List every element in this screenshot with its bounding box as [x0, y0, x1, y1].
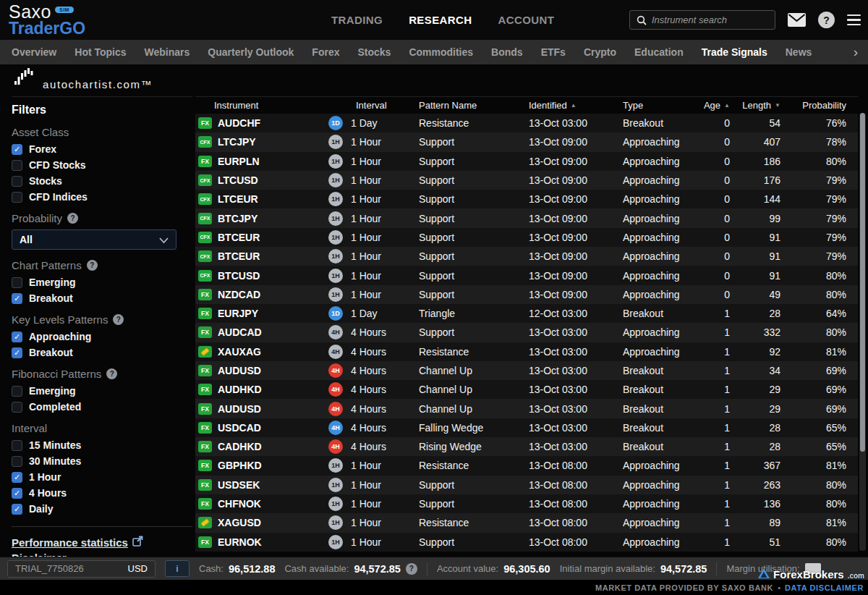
- filter-option-completed[interactable]: Completed: [12, 401, 192, 413]
- fx-badge-icon: FX: [198, 308, 212, 319]
- signal-row-audcad[interactable]: FXAUDCAD4H4 HoursSupport13-Oct 03:00Appr…: [195, 323, 858, 342]
- subnav-trade-signals[interactable]: Trade Signals: [702, 46, 767, 58]
- signal-row-cadhkd[interactable]: FXCADHKD4H4 HoursRising Wedge13-Oct 03:0…: [195, 437, 858, 456]
- table-scrollbar[interactable]: [859, 113, 866, 551]
- account-info-button[interactable]: i: [165, 560, 190, 577]
- instrument-search[interactable]: [629, 10, 775, 30]
- signal-row-usdcad[interactable]: FXUSDCAD4H4 HoursFalling Wedge13-Oct 03:…: [195, 418, 858, 437]
- signal-row-audhkd[interactable]: FXAUDHKD4H4 HoursChannel Up13-Oct 03:00B…: [195, 380, 858, 399]
- filter-option-emerging[interactable]: Emerging: [12, 277, 192, 288]
- column-header-age[interactable]: Age▲: [697, 100, 730, 111]
- subnav-crypto[interactable]: Crypto: [584, 46, 616, 58]
- cfx-badge-icon: CFX: [198, 232, 212, 243]
- cell-pattern-name: Resistance: [419, 346, 529, 358]
- column-header-identified[interactable]: Identified▲: [529, 100, 623, 111]
- column-header-probability[interactable]: Probability: [780, 100, 858, 111]
- signal-row-nzdcad[interactable]: FXNZDCAD1H1 HourSupport13-Oct 09:00Appro…: [195, 285, 858, 304]
- filter-option-approaching[interactable]: ✓Approaching: [12, 331, 192, 342]
- filter-option-1-hour[interactable]: ✓1 Hour: [12, 471, 192, 483]
- signal-row-audusd[interactable]: FXAUDUSD4H4 HoursChannel Up13-Oct 03:00B…: [195, 399, 858, 418]
- probability-dropdown[interactable]: All: [12, 229, 176, 250]
- signal-row-btceur[interactable]: CFXBTCEUR1H1 HourSupport13-Oct 09:00Appr…: [195, 228, 858, 247]
- search-input[interactable]: [652, 14, 780, 25]
- signal-row-xagusd[interactable]: XAGUSD1H1 HourResistance13-Oct 08:00Appr…: [195, 513, 858, 532]
- column-header-type[interactable]: Type: [623, 100, 697, 111]
- cell-interval: 1H1 Hour: [328, 269, 419, 283]
- signal-row-btceur[interactable]: CFXBTCEUR1H1 HourSupport13-Oct 09:00Appr…: [195, 247, 858, 266]
- column-header-instrument[interactable]: Instrument: [198, 100, 328, 111]
- trade-signals-table: InstrumentIntervalPattern NameIdentified…: [195, 96, 858, 552]
- data-disclaimer-link[interactable]: DATA DISCLAIMER: [785, 583, 864, 592]
- signal-row-audusd[interactable]: FXAUDUSD4H4 HoursChannel Up13-Oct 03:00B…: [195, 361, 858, 380]
- signal-row-ltcusd[interactable]: CFXLTCUSD1H1 HourSupport13-Oct 09:00Appr…: [195, 171, 858, 190]
- cell-type: Approaching: [623, 289, 697, 300]
- signal-row-gbphkd[interactable]: FXGBPHKD1H1 HourResistance13-Oct 08:00Ap…: [195, 456, 858, 475]
- menu-icon[interactable]: [847, 14, 861, 26]
- signal-row-xauxag[interactable]: XAUXAG4H4 HoursResistance13-Oct 03:00App…: [195, 342, 858, 361]
- cell-type: Approaching: [623, 193, 697, 205]
- cell-length: 136: [730, 498, 780, 510]
- signal-row-btcjpy[interactable]: CFXBTCJPY1H1 HourSupport13-Oct 09:00Appr…: [195, 208, 858, 227]
- column-header-pattern-name[interactable]: Pattern Name: [419, 100, 529, 111]
- help-icon[interactable]: ?: [113, 314, 124, 325]
- help-icon[interactable]: ?: [818, 12, 835, 28]
- link-performance-statistics[interactable]: Performance statistics: [12, 536, 192, 549]
- subnav-news[interactable]: News: [786, 46, 812, 58]
- cell-type: Breakout: [623, 308, 697, 319]
- top-nav-trading[interactable]: TRADING: [331, 14, 383, 26]
- signal-row-usdsek[interactable]: FXUSDSEK1H1 HourSupport13-Oct 08:00Appro…: [195, 476, 858, 494]
- filter-option-4-hours[interactable]: ✓4 Hours: [12, 487, 192, 499]
- cell-identified: 13-Oct 03:00: [529, 365, 623, 376]
- saxo-tradergo-logo[interactable]: Saxo SIM TraderGO: [9, 2, 85, 37]
- filter-option-cfd-indices[interactable]: CFD Indices: [12, 191, 192, 203]
- subnav-more-chevron[interactable]: ›: [854, 40, 858, 64]
- cell-interval: 1H1 Hour: [328, 154, 419, 169]
- filter-option-breakout[interactable]: ✓Breakout: [12, 292, 192, 304]
- column-header-length[interactable]: Length▼: [730, 100, 780, 111]
- scrollbar-thumb[interactable]: [860, 113, 865, 452]
- top-nav-research[interactable]: RESEARCH: [409, 14, 472, 26]
- subnav-forex[interactable]: Forex: [312, 46, 339, 58]
- subnav-hot-topics[interactable]: Hot Topics: [75, 46, 126, 58]
- instrument-symbol: AUDUSD: [218, 403, 261, 415]
- fx-badge-icon: FX: [198, 326, 212, 338]
- interval-badge: 1H: [328, 230, 343, 245]
- cell-type: Breakout: [623, 117, 697, 129]
- subnav-education[interactable]: Education: [634, 46, 684, 58]
- filter-option-emerging[interactable]: Emerging: [12, 385, 192, 397]
- cell-interval: 1H1 Hour: [328, 249, 419, 263]
- signal-row-eurnok[interactable]: FXEURNOK1H1 HourSupport13-Oct 08:00Appro…: [195, 533, 858, 552]
- subnav-stocks[interactable]: Stocks: [357, 46, 391, 58]
- subnav-overview[interactable]: Overview: [12, 46, 56, 58]
- subnav-webinars[interactable]: Webinars: [145, 46, 190, 58]
- signal-row-ltceur[interactable]: CFXLTCEUR1H1 HourSupport13-Oct 09:00Appr…: [195, 190, 858, 208]
- column-header-interval[interactable]: Interval: [328, 100, 419, 111]
- help-icon[interactable]: ?: [106, 368, 117, 379]
- account-selector[interactable]: TRIAL_7750826 USD: [7, 560, 156, 578]
- help-icon[interactable]: ?: [406, 563, 417, 575]
- filter-option-30-minutes[interactable]: 30 Minutes: [12, 455, 192, 467]
- signal-row-btcusd[interactable]: CFXBTCUSD1H1 HourSupport13-Oct 09:00Appr…: [195, 266, 858, 284]
- signal-row-eurpln[interactable]: FXEURPLN1H1 HourSupport13-Oct 09:00Appro…: [195, 152, 858, 171]
- filter-option-forex[interactable]: ✓Forex: [12, 143, 192, 155]
- filter-option-15-minutes[interactable]: 15 Minutes: [12, 439, 192, 451]
- signal-row-audchf[interactable]: FXAUDCHF1D1 DayResistance13-Oct 03:00Bre…: [195, 114, 858, 132]
- subnav-etfs[interactable]: ETFs: [541, 46, 566, 58]
- help-icon[interactable]: ?: [87, 260, 98, 271]
- subnav-quarterly-outlook[interactable]: Quarterly Outlook: [208, 46, 294, 58]
- filter-option-daily[interactable]: ✓Daily: [12, 503, 192, 515]
- filter-option-cfd-stocks[interactable]: CFD Stocks: [12, 159, 192, 171]
- signal-row-eurjpy[interactable]: FXEURJPY1D1 DayTriangle12-Oct 03:00Break…: [195, 304, 858, 323]
- subnav-commodities[interactable]: Commodities: [409, 46, 473, 58]
- top-nav-account[interactable]: ACCOUNT: [498, 14, 555, 26]
- signal-row-ltcjpy[interactable]: CFXLTCJPY1H1 HourSupport13-Oct 09:00Appr…: [195, 132, 858, 151]
- filter-option-stocks[interactable]: Stocks: [12, 175, 192, 187]
- filter-option-breakout[interactable]: ✓Breakout: [12, 347, 192, 358]
- mail-icon[interactable]: [788, 13, 806, 27]
- subnav-bonds[interactable]: Bonds: [491, 46, 523, 58]
- cell-length: 99: [730, 213, 780, 224]
- instrument-symbol: BTCJPY: [218, 213, 258, 224]
- signal-row-chfnok[interactable]: FXCHFNOK1H1 HourSupport13-Oct 08:00Appro…: [195, 494, 858, 513]
- help-icon[interactable]: ?: [67, 213, 78, 224]
- cell-pattern-name: Support: [419, 498, 529, 510]
